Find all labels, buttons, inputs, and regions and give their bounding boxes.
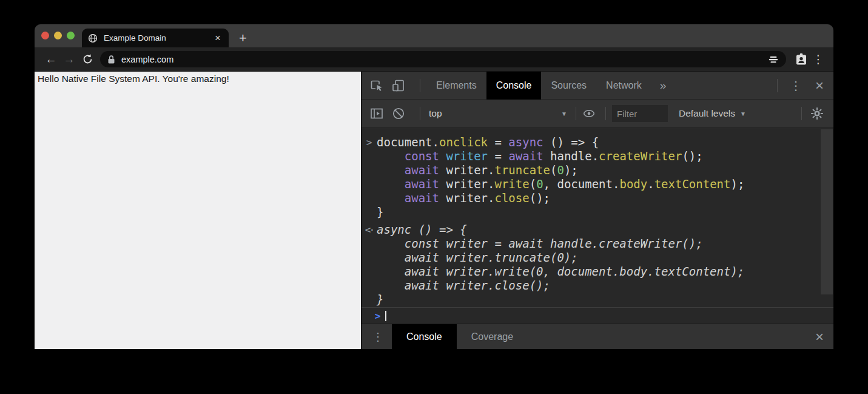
address-bar[interactable]: example.com: [100, 51, 786, 67]
code-line: document.onclick = async () => {: [377, 135, 833, 149]
new-tab-button[interactable]: +: [239, 32, 247, 45]
clear-console-icon[interactable]: [392, 107, 405, 120]
divider: [576, 107, 576, 120]
console-messages: >document.onclick = async () => { const …: [362, 128, 833, 307]
tab-strip: Example Domain × +: [35, 24, 833, 47]
devtools-drawer: ⋮ Console Coverage ×: [362, 324, 833, 349]
back-button[interactable]: ←: [42, 53, 60, 65]
code-line: const writer = await handle.createWriter…: [377, 149, 833, 163]
drawer-menu-icon[interactable]: ⋮: [372, 331, 383, 342]
close-window-button[interactable]: [41, 32, 49, 39]
drawer-close-icon[interactable]: ×: [808, 330, 825, 344]
browser-tab[interactable]: Example Domain ×: [82, 29, 229, 47]
code-line: await writer.close();: [377, 279, 833, 293]
levels-label: Default levels: [679, 108, 735, 119]
chevron-down-icon: ▼: [561, 110, 567, 117]
code-line: await writer.truncate(0);: [377, 163, 833, 177]
screenshot-stage: Example Domain × + ← →: [0, 0, 868, 394]
minimize-window-button[interactable]: [54, 32, 62, 39]
devtools-panel: Elements Console Sources Network » ⋮ ×: [361, 72, 833, 349]
code-line: await writer.truncate(0);: [377, 251, 833, 265]
console-toolbar: top ▼ Default levels ▼: [362, 100, 833, 128]
favicon-globe-icon: [88, 33, 98, 43]
divider: [420, 79, 420, 92]
code-line: await writer.write(0, document.body.text…: [377, 177, 833, 191]
browser-menu-icon[interactable]: ⋮: [810, 52, 826, 66]
console-sidebar-toggle-icon[interactable]: [370, 107, 383, 120]
traffic-lights: [41, 32, 75, 39]
zoom-window-button[interactable]: [67, 32, 75, 39]
browser-toolbar: ← → example.com: [35, 47, 833, 71]
code-line: }: [377, 293, 833, 307]
devtools-header: Elements Console Sources Network » ⋮ ×: [362, 72, 833, 100]
console-prompt[interactable]: >: [362, 307, 833, 324]
divider: [420, 107, 420, 120]
tab-network[interactable]: Network: [596, 72, 651, 100]
code-line: await writer.write(0, document.body.text…: [377, 265, 833, 279]
devtools-menu-icon[interactable]: ⋮: [784, 80, 808, 92]
context-selector[interactable]: top ▼: [429, 108, 567, 119]
chevron-down-icon: ▼: [740, 110, 746, 117]
divider: [777, 79, 778, 92]
page-viewport: Hello Native File System API. You're ama…: [35, 72, 361, 349]
forward-button[interactable]: →: [60, 53, 78, 65]
tab-elements[interactable]: Elements: [426, 72, 486, 100]
more-tabs-icon[interactable]: »: [651, 79, 675, 92]
omnibox-list-icon[interactable]: [768, 54, 779, 65]
scrollbar-thumb[interactable]: [821, 129, 833, 294]
divider: [801, 107, 802, 120]
command-arrow-icon: >: [362, 135, 377, 219]
settings-gear-icon[interactable]: [810, 107, 824, 120]
content-area: Hello Native File System API. You're ama…: [35, 71, 833, 349]
drawer-tab-coverage[interactable]: Coverage: [457, 324, 528, 350]
tab-sources[interactable]: Sources: [541, 72, 596, 100]
code-line: await writer.close();: [377, 191, 833, 205]
drawer-tab-console[interactable]: Console: [392, 324, 457, 350]
live-expression-eye-icon[interactable]: [582, 107, 596, 120]
profile-icon[interactable]: [792, 53, 810, 66]
reload-button[interactable]: [78, 53, 96, 65]
context-label: top: [429, 108, 442, 119]
result-arrow-icon: <·: [362, 223, 377, 307]
page-text: Hello Native File System API. You're ama…: [38, 73, 356, 84]
log-levels-selector[interactable]: Default levels ▼: [679, 108, 746, 119]
text-cursor: [385, 311, 386, 321]
device-toolbar-icon[interactable]: [392, 79, 405, 92]
url-text: example.com: [121, 55, 768, 64]
console-message-command: >document.onclick = async () => { const …: [362, 134, 833, 221]
devtools-close-icon[interactable]: ×: [808, 78, 825, 93]
tab-title: Example Domain: [104, 33, 213, 42]
code-line: }: [377, 205, 833, 219]
prompt-chevron-icon: >: [370, 310, 385, 322]
tab-close-icon[interactable]: ×: [213, 33, 223, 43]
inspect-element-icon[interactable]: [370, 79, 383, 92]
divider: [605, 107, 606, 120]
browser-window: Example Domain × + ← →: [35, 24, 833, 349]
filter-input[interactable]: [612, 105, 668, 122]
console-message-result: <·async () => { const writer = await han…: [362, 221, 833, 307]
code-line: const writer = await handle.createWriter…: [377, 237, 833, 251]
code-line: async () => {: [377, 223, 833, 237]
tab-console[interactable]: Console: [486, 72, 542, 100]
lock-icon[interactable]: [107, 55, 115, 64]
